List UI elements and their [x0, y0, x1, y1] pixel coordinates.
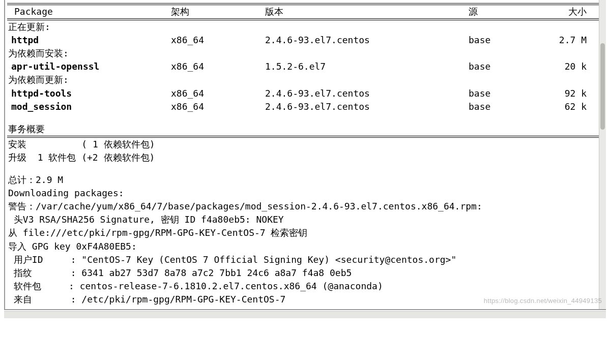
cell-version: 2.4.6-93.el7.centos [265, 87, 469, 100]
cell-version: 2.4.6-93.el7.centos [265, 34, 469, 47]
terminal-output: Package 架构 版本 源 大小 正在更新: httpd x86_64 2.… [4, 0, 606, 310]
signature-line: 头V3 RSA/SHA256 Signature, 密钥 ID f4a80eb5… [5, 213, 605, 226]
cell-package: mod_session [8, 100, 171, 113]
cell-arch: x86_64 [171, 100, 265, 113]
import-line: 导入 GPG key 0xF4A80EB5: [5, 240, 605, 253]
summary-upgrade: 升级 1 软件包 (+2 依赖软件包) [5, 151, 605, 164]
cell-arch: x86_64 [171, 34, 265, 47]
section-install-dep: 为依赖而安装: [5, 47, 605, 60]
section-update-dep: 为依赖而更新: [5, 73, 605, 86]
watermark-text: https://blog.csdn.net/weixin_44949135 [484, 296, 602, 306]
cell-arch: x86_64 [171, 60, 265, 73]
gpg-fingerprint: 指纹 : 6341 ab27 53d7 8a78 a7c2 7bb1 24c6 … [5, 266, 605, 280]
header-version: 版本 [265, 5, 469, 18]
table-row: httpd x86_64 2.4.6-93.el7.centos base 2.… [5, 34, 605, 47]
cell-version: 1.5.2-6.el7 [265, 60, 469, 73]
cell-arch: x86_64 [171, 87, 265, 100]
cell-repo: base [469, 60, 536, 73]
cell-version: 2.4.6-93.el7.centos [265, 100, 469, 113]
header-package: Package [8, 5, 171, 18]
table-row: apr-util-openssl x86_64 1.5.2-6.el7 base… [5, 60, 605, 73]
warning-line: 警告：/var/cache/yum/x86_64/7/base/packages… [5, 200, 605, 213]
cell-package: httpd [8, 34, 171, 47]
total-line: 总计：2.9 M [5, 173, 605, 187]
table-row: mod_session x86_64 2.4.6-93.el7.centos b… [5, 100, 605, 113]
header-repo: 源 [469, 5, 536, 18]
cell-size: 2.7 M [536, 34, 592, 47]
cell-size: 92 k [536, 87, 592, 100]
table-header: Package 架构 版本 源 大小 [5, 5, 605, 18]
cell-package: httpd-tools [8, 87, 171, 100]
table-row: httpd-tools x86_64 2.4.6-93.el7.centos b… [5, 87, 605, 100]
cell-size: 62 k [536, 100, 592, 113]
cell-repo: base [469, 34, 536, 47]
gpg-package: 软件包 : centos-release-7-6.1810.2.el7.cent… [5, 280, 605, 293]
window-bottom-bar [4, 311, 606, 318]
header-arch: 架构 [171, 5, 265, 18]
cell-repo: base [469, 100, 536, 113]
cell-repo: base [469, 87, 536, 100]
header-size: 大小 [536, 5, 592, 18]
downloading-line: Downloading packages: [5, 187, 605, 200]
transaction-summary-title: 事务概要 [5, 123, 605, 136]
cell-package: apr-util-openssl [8, 60, 171, 73]
summary-install: 安装 ( 1 依赖软件包) [5, 138, 605, 151]
cell-size: 20 k [536, 60, 592, 73]
scrollbar-thumb[interactable] [600, 43, 605, 130]
vertical-scrollbar[interactable] [599, 0, 606, 309]
section-updating: 正在更新: [5, 20, 605, 34]
retrieve-line: 从 file:///etc/pki/rpm-gpg/RPM-GPG-KEY-Ce… [5, 226, 605, 239]
gpg-userid: 用户ID : "CentOS-7 Key (CentOS 7 Official … [5, 253, 605, 266]
